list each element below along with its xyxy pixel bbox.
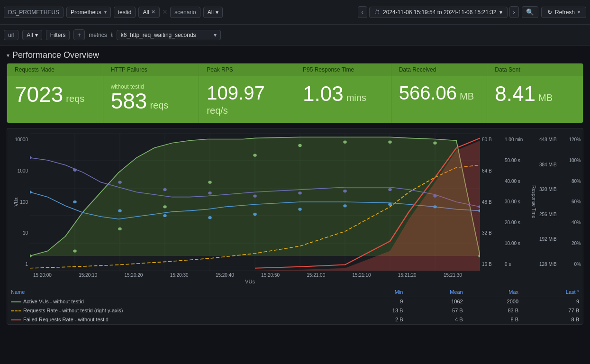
legend-line-solid — [11, 301, 21, 302]
close-icon[interactable]: ✕ — [151, 9, 155, 15]
stat-card-requests-label: Requests Made — [7, 64, 103, 76]
scenario-all[interactable]: All ▾ — [203, 7, 223, 18]
legend-name: Active VUs - without testid — [7, 297, 354, 306]
x-tick-2: 15:20:20 — [124, 273, 143, 278]
ds-selector[interactable]: Prometheus ▾ — [66, 7, 111, 18]
y-tick-80b: 80 B — [482, 137, 501, 142]
svg-point-25 — [433, 142, 437, 145]
y-axis-right2: 1.00 min 50.00 s 40.00 s 30.00 s 20.00 s… — [503, 133, 530, 271]
svg-point-19 — [163, 205, 167, 208]
y-axis-right4: 120% 100% 80% 60% 40% 20% 0% — [565, 133, 583, 271]
svg-point-36 — [433, 194, 437, 197]
add-filter-button[interactable]: + — [73, 29, 85, 40]
stat-card-p95-value: 1.03 — [303, 83, 344, 104]
filters-label: Filters — [50, 32, 66, 38]
ds-label: DS_PROMETHEUS — [4, 7, 64, 18]
metrics-input[interactable]: k6_http_req_waiting_seconds ▾ — [117, 30, 221, 40]
y-axis-right1: 80 B 64 B 48 B 32 B 16 B — [480, 133, 503, 271]
legend-last: 9 — [522, 297, 583, 306]
x-axis-labels: 15:20:00 15:20:10 15:20:20 15:20:30 15:2… — [7, 271, 467, 278]
info-icon[interactable]: ℹ — [111, 32, 113, 38]
stat-card-rps-label: Peak RPS — [199, 64, 295, 76]
y-tick-30s: 30.00 s — [505, 199, 520, 204]
y-tick-1min: 1.00 min — [505, 137, 523, 142]
stat-card-failures-unit: reqs — [150, 100, 168, 111]
stat-card-received-value: 566.06 — [399, 83, 457, 102]
stat-card-failures-value: 583 — [111, 90, 147, 112]
svg-point-43 — [253, 213, 257, 216]
svg-point-44 — [298, 208, 302, 210]
y-axis-vus-label: VUs — [14, 198, 19, 207]
legend-col-max: Max — [467, 287, 522, 297]
legend-name: Failed Requests Rate - without testid — [7, 315, 354, 324]
metrics-label: metrics — [89, 32, 107, 38]
url-label: url — [4, 30, 18, 40]
legend-min: 9 — [354, 297, 407, 306]
chevron-down-icon: ▾ — [214, 32, 217, 38]
y-tick-40pct: 40% — [572, 220, 581, 225]
stat-card-p95-label: P95 Response Time — [295, 64, 391, 76]
stat-card-rps-unit: req/s — [207, 105, 227, 116]
time-range-selector[interactable]: ⏱ 2024-11-06 15:19:54 to 2024-11-06 15:2… — [369, 7, 508, 18]
filter-all[interactable]: All ✕ — [138, 7, 159, 18]
legend-col-last: Last * — [522, 287, 583, 297]
separator: × — [163, 7, 168, 17]
filter-all-value: All — [143, 9, 149, 16]
y-tick-1000: 1000 — [9, 168, 28, 173]
legend-max: 2000 — [467, 297, 522, 306]
stat-card-requests-value: 7023 — [15, 83, 63, 105]
stat-card-rps-value: 109.97 — [207, 83, 264, 102]
svg-point-32 — [253, 194, 257, 197]
legend-min: 13 B — [354, 306, 407, 315]
svg-point-28 — [73, 169, 77, 172]
x-tick-7: 15:21:10 — [353, 273, 371, 278]
stat-card-received: Data Received 566.06 MB — [391, 64, 488, 123]
stat-card-p95-unit: mins — [346, 92, 366, 103]
y-tick-192mib: 192 MiB — [539, 237, 557, 242]
stat-card-requests-unit: reqs — [66, 93, 84, 104]
legend-max: 83 B — [467, 306, 522, 315]
stat-card-sent-label: Data Sent — [487, 64, 583, 76]
section-header[interactable]: ▾ Performance Overview — [0, 46, 590, 63]
legend-last: 8 B — [522, 315, 583, 324]
svg-point-46 — [388, 203, 392, 206]
y-tick-448mib: 448 MiB — [539, 137, 557, 142]
legend-col-min: Min — [354, 287, 407, 297]
zoom-out-button[interactable]: 🔍 — [522, 6, 538, 18]
time-next-button[interactable]: › — [509, 6, 519, 18]
svg-point-23 — [343, 141, 347, 144]
time-prev-button[interactable]: ‹ — [358, 6, 367, 18]
svg-point-31 — [208, 191, 212, 194]
scenario-label: scenario — [170, 7, 200, 18]
chevron-down-icon: ▾ — [578, 9, 580, 15]
svg-point-38 — [30, 191, 32, 193]
y-tick-20s: 20.00 s — [505, 220, 520, 225]
chevron-down-icon: ▾ — [7, 52, 9, 59]
svg-point-29 — [118, 181, 122, 183]
svg-point-18 — [118, 228, 122, 230]
chart-container: 10000 1000 100 10 1 — [7, 128, 583, 325]
metrics-value: k6_http_req_waiting_seconds — [121, 32, 196, 38]
svg-point-20 — [208, 181, 212, 183]
stat-card-sent: Data Sent 8.41 MB — [487, 64, 583, 123]
y-tick-16b: 16 B — [482, 262, 501, 267]
svg-point-34 — [343, 190, 347, 192]
y-tick-40s: 40.00 s — [505, 179, 520, 184]
legend-mean: 57 B — [407, 306, 466, 315]
ds-name: Prometheus — [71, 9, 101, 16]
stat-card-sent-unit: MB — [538, 92, 553, 103]
y-tick-384mib: 384 MiB — [539, 162, 557, 167]
y-tick-0pct: 0% — [574, 262, 581, 267]
legend-row: Failed Requests Rate - without testid 2 … — [7, 315, 583, 324]
svg-point-42 — [208, 216, 212, 219]
svg-point-47 — [433, 205, 437, 208]
filter-testid[interactable]: testid — [114, 7, 136, 18]
svg-point-24 — [388, 141, 392, 144]
y-tick-64b: 64 B — [482, 168, 501, 173]
filters-button[interactable]: Filters — [46, 30, 70, 40]
y-tick-20pct: 20% — [572, 241, 581, 246]
y-tick-100pct: 100% — [569, 158, 581, 163]
stat-card-failures: HTTP Failures without testid 583 reqs — [103, 64, 200, 123]
refresh-button[interactable]: ↻ Refresh ▾ — [541, 7, 586, 18]
url-all-dropdown[interactable]: All ▾ — [22, 30, 42, 40]
